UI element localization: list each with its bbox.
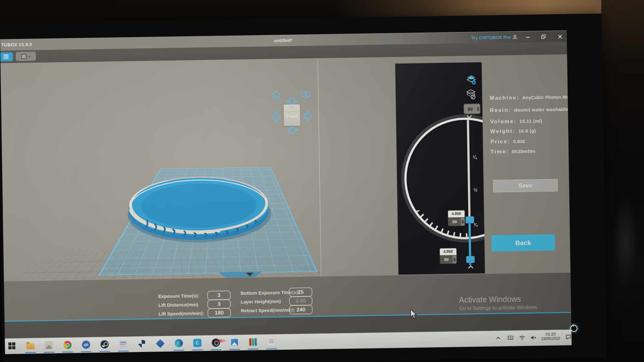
view-cube[interactable]: Top Front xyxy=(284,104,300,126)
tray-hidden-icons-button[interactable] xyxy=(495,335,501,342)
taskbar-icon-notepad[interactable] xyxy=(267,337,276,346)
taskbar-icon-winrar[interactable] xyxy=(248,337,258,347)
tray-clock[interactable]: 01:20 23/05/2022 xyxy=(537,332,564,341)
qbittorrent-icon: qb xyxy=(82,341,90,349)
layers-slash-icon xyxy=(465,89,476,100)
restore-button[interactable] xyxy=(540,33,547,41)
photos-icon xyxy=(45,341,53,349)
taskbar-icon-chrome[interactable] xyxy=(63,340,72,350)
rotate-left-button[interactable] xyxy=(271,110,280,124)
taskbar-icon-diamond-app[interactable] xyxy=(155,339,165,348)
spin-up-icon[interactable] xyxy=(453,258,456,259)
diamond-icon xyxy=(156,339,164,348)
spin-up-icon[interactable] xyxy=(477,107,479,108)
layer-value: 99 xyxy=(440,257,452,262)
time-value: 0h20m59s xyxy=(512,148,536,154)
layer-value-box[interactable]: 99 xyxy=(448,217,465,226)
view-cube-seam xyxy=(284,112,300,112)
running-indicator xyxy=(81,351,92,353)
mail-icon xyxy=(119,341,127,348)
layer-slider-handle-bottom[interactable] xyxy=(466,256,475,263)
layer-slider-handle-top[interactable] xyxy=(465,216,474,223)
screen: TUBOX V1.9.0 untitled* Try CHITUBOX Pro xyxy=(0,30,572,354)
exposure-time-label: Exposure Time(s): xyxy=(158,293,199,299)
slice-view-button[interactable] xyxy=(0,52,13,61)
mouse-cursor xyxy=(410,309,418,319)
running-indicator xyxy=(99,351,110,352)
taskbar-icon-windows-security[interactable] xyxy=(137,339,146,348)
bottom-exposure-input[interactable]: 25 xyxy=(289,288,312,297)
show-layers-button[interactable] xyxy=(466,75,477,86)
tray-time: 01:20 xyxy=(537,332,564,337)
rotate-right-button[interactable] xyxy=(304,110,313,123)
layer-value-box[interactable]: 99 xyxy=(440,255,457,264)
layer-value: 99 xyxy=(448,219,461,224)
tray-wifi-button[interactable] xyxy=(519,335,525,342)
weight-label: Weight: xyxy=(490,128,515,134)
running-indicator xyxy=(62,352,73,353)
layers-icon xyxy=(3,55,8,59)
taskbar-icon-chitubox[interactable]: C xyxy=(192,338,202,348)
model-round-plaque[interactable] xyxy=(122,172,277,248)
spin-up-icon[interactable] xyxy=(462,220,464,221)
tray-display-button[interactable] xyxy=(507,335,514,342)
back-button[interactable]: Back xyxy=(491,234,555,251)
tray-volume-button[interactable] xyxy=(530,335,536,342)
spinner-arrows[interactable] xyxy=(476,107,480,111)
running-indicator xyxy=(44,352,54,353)
action-center-button[interactable] xyxy=(565,334,571,341)
slider-threequarter-mark: ¾ xyxy=(474,222,478,227)
taskbar-icon-qbittorrent[interactable]: qb xyxy=(81,340,91,349)
view-mode-button[interactable]: ˅ xyxy=(16,52,36,61)
minimize-button[interactable] xyxy=(524,33,531,41)
start-button[interactable] xyxy=(7,341,16,350)
taskbar-icon-photos-blue[interactable] xyxy=(230,337,239,347)
resin-label: Resin: xyxy=(490,107,511,113)
display-icon xyxy=(507,335,514,341)
resin-value: doumii water washable xyxy=(514,107,569,113)
lift-distance-input[interactable]: 3 xyxy=(207,299,230,309)
arrow-up-icon xyxy=(286,96,298,105)
chevron-down-icon: ˅ xyxy=(28,54,31,58)
monitor-power-button[interactable] xyxy=(570,325,577,332)
chevron-up-icon xyxy=(495,335,501,341)
spin-down-icon[interactable] xyxy=(453,260,456,261)
spinner-arrows[interactable] xyxy=(452,255,456,263)
taskbar-icon-photos[interactable] xyxy=(44,340,53,350)
lift-distance-label: Lift Distance(mm) xyxy=(158,302,198,308)
taskbar-icon-mail[interactable] xyxy=(118,339,128,349)
windows-logo-icon xyxy=(8,342,15,349)
rotate-down-button[interactable] xyxy=(286,126,299,137)
lift-speed-input[interactable]: 180 xyxy=(208,308,231,318)
arrow-left-icon xyxy=(271,110,280,123)
spinner-arrows[interactable] xyxy=(461,218,464,226)
perspective-toggle-button[interactable] xyxy=(300,91,311,100)
layer-height-input[interactable]: 0.05 xyxy=(289,296,312,306)
shield-icon xyxy=(138,340,145,348)
taskbar-icon-edge[interactable] xyxy=(174,338,183,348)
time-label: Time: xyxy=(491,149,509,155)
layer-height-label: Layer Height(mm) xyxy=(241,299,281,304)
spin-down-icon[interactable] xyxy=(462,222,464,223)
viewport-3d[interactable]: Top Front xyxy=(1,54,571,281)
try-chitubox-pro-link[interactable]: Try CHITUBOX Pro xyxy=(471,35,510,41)
spin-down-icon[interactable] xyxy=(477,109,479,111)
home-icon xyxy=(271,90,282,100)
running-indicator xyxy=(248,348,258,350)
edge-icon xyxy=(175,339,183,347)
weight-value: 16.6 (g) xyxy=(519,128,536,134)
hide-layers-button[interactable] xyxy=(465,89,476,101)
running-indicator xyxy=(174,350,184,351)
retract-speed-input[interactable]: 240 xyxy=(289,305,313,315)
collapse-parameters-handle[interactable] xyxy=(246,272,253,276)
home-view-button[interactable] xyxy=(271,90,282,101)
save-button[interactable]: Save xyxy=(493,179,558,192)
close-button[interactable] xyxy=(556,33,564,40)
layer-number-spinner[interactable]: 99 xyxy=(464,103,481,114)
taskbar-icon-file-explorer[interactable] xyxy=(25,341,35,350)
eye-icon xyxy=(300,91,311,98)
account-button[interactable] xyxy=(511,33,519,41)
exposure-time-input[interactable]: 3 xyxy=(207,291,230,300)
running-indicator xyxy=(25,352,36,353)
taskbar-icon-steam[interactable] xyxy=(100,340,109,349)
